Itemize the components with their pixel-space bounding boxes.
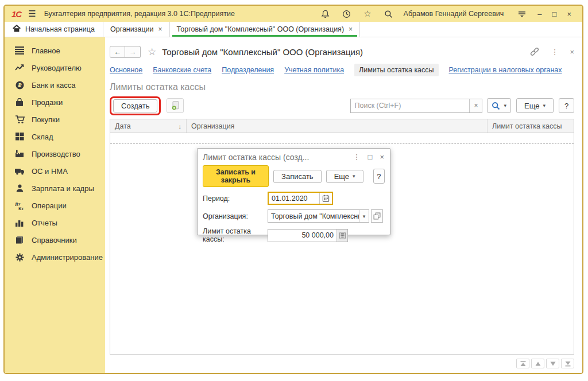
empty-current-row[interactable] bbox=[110, 133, 574, 144]
sidebar-item-label: Склад bbox=[32, 133, 53, 141]
annotation-highlight: Создать bbox=[110, 96, 161, 115]
app-window: 1С ☰ Бухгалтерия предприятия, редакция 3… bbox=[3, 5, 583, 374]
navlink-accounting-policy[interactable]: Учетная политика bbox=[284, 66, 344, 74]
sidebar-item-label: Руководителю bbox=[32, 64, 82, 72]
sidebar-item-fixed-assets[interactable]: ОС и НМА bbox=[5, 162, 105, 180]
dialog-close-icon[interactable]: × bbox=[380, 153, 384, 161]
sidebar-item-purchases[interactable]: Покупки bbox=[5, 111, 105, 128]
dialog-more-button[interactable]: Еще ▾ bbox=[326, 170, 363, 183]
dialog-maximize-icon[interactable]: □ bbox=[368, 153, 373, 161]
column-header-date[interactable]: Дата ↓ bbox=[110, 119, 187, 133]
go-down-button[interactable] bbox=[546, 359, 559, 368]
forward-button[interactable]: → bbox=[125, 46, 141, 58]
column-label: Организация bbox=[191, 122, 234, 130]
navlink-main[interactable]: Основное bbox=[110, 66, 142, 74]
column-header-organization[interactable]: Организация bbox=[187, 119, 488, 133]
sort-desc-icon: ↓ bbox=[179, 123, 182, 130]
tab-home[interactable]: Начальная страница bbox=[5, 22, 103, 37]
help-button[interactable]: ? bbox=[559, 98, 574, 113]
sidebar-item-manager[interactable]: Руководителю bbox=[5, 59, 105, 76]
sidebar-item-main[interactable]: Главное bbox=[5, 42, 105, 59]
cash-limit-dialog: Лимит остатка кассы (созд... ⋮ □ × Запис… bbox=[197, 148, 390, 235]
list-footer bbox=[110, 355, 574, 370]
sidebar-item-label: Главное bbox=[32, 46, 60, 55]
sidebar-item-directories[interactable]: Справочники bbox=[5, 231, 105, 248]
maximize-button[interactable]: □ bbox=[552, 10, 557, 18]
organization-input[interactable]: Торговый дом "Комплексный" ▾ bbox=[268, 209, 369, 223]
close-form-icon[interactable]: × bbox=[570, 48, 574, 56]
close-window-button[interactable]: × bbox=[567, 10, 571, 18]
limit-value: 50 000,00 bbox=[268, 231, 336, 239]
global-search-icon[interactable] bbox=[384, 10, 393, 18]
tab-label: Торговый дом "Комплексный" ООО (Организа… bbox=[177, 25, 344, 33]
list-more-button[interactable]: Еще ▾ bbox=[516, 98, 554, 113]
dialog-help-button[interactable]: ? bbox=[373, 169, 385, 184]
svg-text:Кт: Кт bbox=[18, 206, 24, 210]
tab-organization-card[interactable]: Торговый дом "Комплексный" ООО (Организа… bbox=[170, 22, 360, 37]
chevron-down-icon: ▾ bbox=[504, 103, 506, 108]
sidebar-item-label: Администрирование bbox=[32, 253, 103, 262]
search-options-button[interactable]: ▾ bbox=[487, 98, 511, 113]
create-button[interactable]: Создать bbox=[113, 99, 157, 112]
favorites-star-icon[interactable]: ☆ bbox=[363, 9, 371, 19]
calculator-icon[interactable] bbox=[336, 230, 347, 242]
go-first-button[interactable] bbox=[516, 359, 529, 368]
sidebar-item-payroll-hr[interactable]: Зарплата и кадры bbox=[5, 180, 105, 197]
organization-value: Торговый дом "Комплексный" bbox=[268, 212, 359, 220]
dialog-titlebar: Лимит остатка кассы (созд... ⋮ □ × bbox=[198, 149, 390, 164]
bag-icon bbox=[14, 98, 25, 107]
app-title: Бухгалтерия предприятия, редакция 3.0 1С… bbox=[44, 10, 235, 18]
more-actions-icon[interactable]: ⋮ bbox=[551, 48, 558, 56]
ruble-coin-icon: ₽ bbox=[14, 81, 25, 90]
save-button[interactable]: Записать bbox=[273, 170, 322, 183]
sidebar-item-warehouse[interactable]: Склад bbox=[5, 128, 105, 145]
minimize-button[interactable]: – bbox=[537, 10, 541, 18]
service-menu-icon[interactable] bbox=[518, 10, 526, 18]
current-user[interactable]: Абрамов Геннадий Сергеевич bbox=[404, 10, 504, 18]
favorite-star-icon[interactable]: ☆ bbox=[148, 46, 156, 58]
search-input[interactable] bbox=[351, 99, 469, 112]
sidebar-item-bank-cash[interactable]: ₽ Банк и касса bbox=[5, 76, 105, 94]
home-icon bbox=[13, 25, 21, 34]
navlink-cash-limits[interactable]: Лимиты остатка кассы bbox=[354, 64, 438, 76]
dialog-more-icon[interactable]: ⋮ bbox=[353, 153, 361, 161]
sidebar-item-sales[interactable]: Продажи bbox=[5, 94, 105, 111]
period-field-row: Период: 01.01.2020 bbox=[198, 192, 390, 205]
column-header-limit[interactable]: Лимит остатка кассы bbox=[488, 119, 574, 133]
navlink-tax-registrations[interactable]: Регистрации в налоговых органах bbox=[449, 66, 562, 74]
sidebar-item-label: Производство bbox=[32, 150, 80, 158]
svg-text:₽: ₽ bbox=[18, 82, 22, 88]
calendar-icon[interactable] bbox=[319, 193, 332, 204]
tab-close-icon[interactable]: × bbox=[158, 25, 163, 33]
navlink-bank-accounts[interactable]: Банковские счета bbox=[153, 66, 211, 74]
history-icon[interactable] bbox=[342, 10, 351, 18]
get-link-icon[interactable] bbox=[530, 47, 539, 56]
tab-organizations[interactable]: Организации × bbox=[103, 22, 170, 37]
sidebar-item-production[interactable]: Производство bbox=[5, 145, 105, 162]
sidebar-item-reports[interactable]: Отчеты bbox=[5, 214, 105, 231]
main-menu-icon[interactable]: ☰ bbox=[28, 9, 36, 19]
sidebar-item-administration[interactable]: Администрирование bbox=[5, 248, 105, 266]
back-button[interactable]: ← bbox=[110, 46, 125, 58]
period-input[interactable]: 01.01.2020 bbox=[268, 192, 333, 205]
search-clear-icon[interactable]: × bbox=[469, 99, 482, 112]
limit-input[interactable]: 50 000,00 bbox=[268, 229, 348, 242]
navlink-departments[interactable]: Подразделения bbox=[222, 66, 274, 74]
go-last-button[interactable] bbox=[561, 359, 574, 368]
go-up-button[interactable] bbox=[531, 359, 544, 368]
create-by-copy-button[interactable] bbox=[167, 98, 184, 113]
sidebar-item-label: Отчеты bbox=[32, 219, 57, 227]
section-title: Лимиты остатка кассы bbox=[110, 82, 574, 92]
sidebar-item-operations[interactable]: ДтКт Операции bbox=[5, 197, 105, 214]
debit-credit-icon: ДтКт bbox=[14, 201, 25, 210]
sidebar-item-label: Справочники bbox=[32, 236, 77, 244]
tab-home-label: Начальная страница bbox=[25, 25, 95, 33]
save-and-close-button[interactable]: Записать и закрыть bbox=[203, 165, 269, 187]
sidebar-item-label: Продажи bbox=[32, 98, 63, 107]
notifications-bell-icon[interactable] bbox=[321, 10, 330, 18]
sidebar-item-label: Банк и касса bbox=[32, 81, 76, 90]
tab-close-icon[interactable]: × bbox=[349, 25, 353, 33]
books-icon bbox=[14, 236, 25, 244]
open-item-button[interactable] bbox=[371, 209, 383, 223]
dropdown-caret-icon[interactable]: ▾ bbox=[359, 210, 369, 222]
